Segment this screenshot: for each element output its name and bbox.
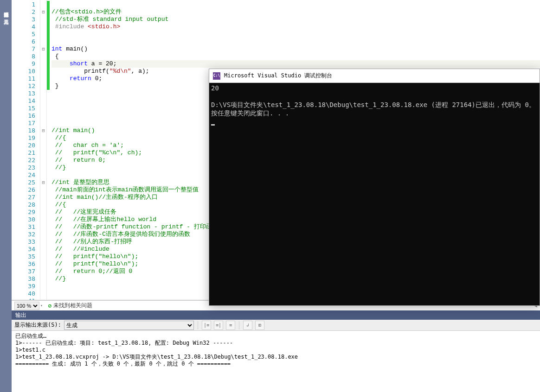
line-number: 11: [12, 75, 35, 82]
fold-toggle: [40, 75, 46, 82]
issues-indicator[interactable]: ⊘ 未找到相关问题: [48, 302, 92, 310]
check-icon: ⊘: [48, 303, 51, 309]
side-toolbar: 服务器资源管理器 工具箱: [0, 0, 12, 392]
output-panel-title: 输出: [15, 311, 26, 319]
line-number: 40: [12, 290, 35, 297]
fold-toggle: [40, 157, 46, 164]
line-number: 29: [12, 209, 35, 216]
server-explorer-tab[interactable]: 服务器资源管理器: [1, 5, 10, 12]
fold-toggle: [40, 297, 46, 300]
fold-toggle: [40, 1, 46, 8]
debug-console-window[interactable]: C:\ Microsoft Visual Studio 调试控制台 20 D:\…: [209, 69, 540, 306]
output-toolbar: 显示输出来源(S): 生成 |≡ ≡| ≡ ↲ ⊞: [12, 320, 540, 331]
issues-text: 未找到相关问题: [53, 302, 92, 310]
code-line[interactable]: //std-标准 standard input output: [51, 16, 540, 23]
line-number: 20: [12, 142, 35, 149]
zoom-control[interactable]: 100 % ▾: [14, 302, 43, 310]
line-number: 26: [12, 186, 35, 194]
fold-toggle: [40, 112, 46, 120]
fold-toggle: [40, 82, 46, 90]
line-number: 24: [12, 171, 35, 179]
toggle-wrap-button[interactable]: ↲: [243, 321, 252, 330]
fold-toggle[interactable]: ⊟: [40, 179, 46, 186]
fold-toggle: [40, 16, 46, 23]
line-number: 22: [12, 157, 35, 164]
fold-toggle: [40, 186, 46, 194]
output-body[interactable]: 已启动生成… 1>------ 已启动生成: 项目: test_1_23.08.…: [12, 331, 540, 392]
line-number: 7: [12, 45, 35, 53]
code-line[interactable]: #include <stdio.h>: [51, 23, 540, 31]
console-titlebar[interactable]: C:\ Microsoft Visual Studio 调试控制台: [209, 69, 540, 83]
fold-toggle: [40, 283, 46, 290]
toolbox-tab[interactable]: 工具箱: [1, 12, 10, 19]
fold-toggle: [40, 164, 46, 171]
line-number: 10: [12, 68, 35, 75]
line-number: 5: [12, 31, 35, 38]
line-number: 19: [12, 134, 35, 142]
line-number: 1: [12, 1, 35, 8]
line-number: 33: [12, 238, 35, 246]
fold-toggle: [40, 60, 46, 68]
goto-next-button[interactable]: ≡|: [214, 321, 223, 330]
output-panel-header[interactable]: 输出: [12, 310, 540, 320]
console-body[interactable]: 20 D:\VS项目文件夹\test_1_23.08.18\Debug\test…: [209, 83, 540, 305]
fold-toggle: [40, 231, 46, 238]
line-number: 34: [12, 246, 35, 253]
line-number: 27: [12, 194, 35, 201]
fold-toggle: [40, 194, 46, 201]
fold-toggle: [40, 260, 46, 268]
fold-toggle[interactable]: ⊟: [40, 45, 46, 53]
fold-toggle[interactable]: ⊟: [40, 8, 46, 16]
fold-toggle: [40, 120, 46, 127]
toggle-output-button[interactable]: ⊞: [255, 321, 264, 330]
fold-toggle: [40, 238, 46, 246]
line-number: 41: [12, 297, 35, 300]
fold-column[interactable]: ⊟⊟⊟⊟: [40, 0, 47, 300]
line-number: 25: [12, 179, 35, 186]
fold-toggle: [40, 216, 46, 223]
line-number: 8: [12, 53, 35, 60]
line-number: 12: [12, 82, 35, 90]
code-line[interactable]: [51, 38, 540, 45]
console-title-text: Microsoft Visual Studio 调试控制台: [224, 72, 332, 80]
line-number: 9: [12, 60, 35, 68]
fold-toggle: [40, 171, 46, 179]
fold-toggle: [40, 290, 46, 297]
fold-toggle: [40, 31, 46, 38]
fold-toggle: [40, 53, 46, 60]
line-number: 36: [12, 260, 35, 268]
code-line[interactable]: [51, 31, 540, 38]
line-number: 17: [12, 120, 35, 127]
code-line[interactable]: int main(): [51, 45, 540, 53]
console-cursor: [211, 124, 215, 126]
code-line[interactable]: //包含<stdio.h>的文件: [51, 8, 540, 16]
fold-toggle: [40, 275, 46, 283]
clear-button[interactable]: ≡: [226, 321, 235, 330]
line-number-gutter: 1234567891011121314151617181920212223242…: [12, 0, 40, 300]
code-line[interactable]: {: [51, 53, 540, 60]
line-number: 38: [12, 275, 35, 283]
line-number: 15: [12, 105, 35, 112]
line-number: 18: [12, 127, 35, 134]
chevron-down-icon: ▾: [40, 303, 43, 308]
fold-toggle: [40, 201, 46, 209]
fold-toggle: [40, 253, 46, 260]
line-number: 14: [12, 97, 35, 105]
zoom-select[interactable]: 100 %: [14, 302, 39, 310]
fold-toggle: [40, 90, 46, 97]
line-number: 30: [12, 216, 35, 223]
output-source-select[interactable]: 生成: [64, 321, 194, 330]
line-number: 6: [12, 38, 35, 45]
code-line[interactable]: short a = 20;: [51, 60, 540, 68]
fold-toggle[interactable]: ⊟: [40, 127, 46, 134]
fold-toggle: [40, 38, 46, 45]
fold-toggle: [40, 68, 46, 75]
line-number: 28: [12, 201, 35, 209]
line-number: 32: [12, 231, 35, 238]
fold-toggle: [40, 149, 46, 157]
goto-prev-button[interactable]: |≡: [202, 321, 211, 330]
line-number: 3: [12, 16, 35, 23]
code-line[interactable]: [51, 1, 540, 8]
fold-toggle: [40, 134, 46, 142]
line-number: 39: [12, 283, 35, 290]
